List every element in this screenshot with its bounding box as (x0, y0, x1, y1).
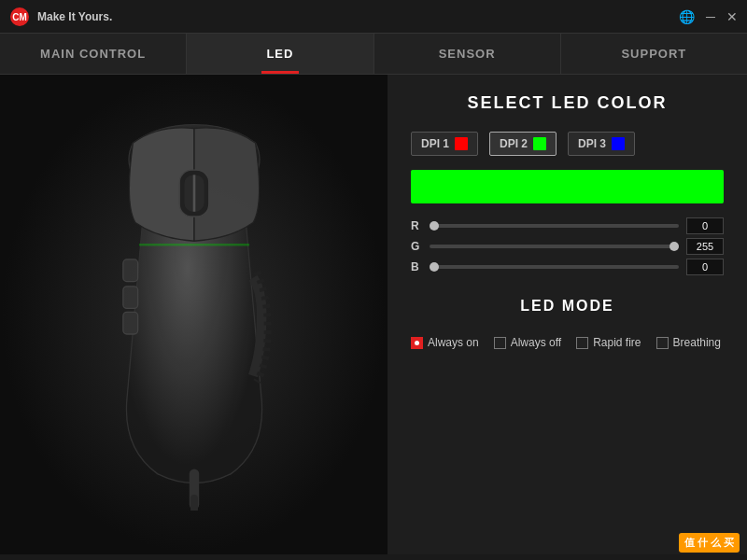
g-slider[interactable] (430, 245, 679, 248)
dpi3-color-dot (612, 137, 625, 150)
g-channel-label: G (411, 240, 422, 253)
dpi1-label: DPI 1 (421, 137, 449, 150)
globe-button[interactable]: 🌐 (679, 9, 695, 24)
svg-rect-5 (122, 259, 137, 282)
g-slider-row: G (411, 238, 724, 255)
rapid-fire-radio[interactable] (576, 337, 588, 349)
always-on-label: Always on (428, 336, 479, 349)
mouse-illustration (54, 119, 334, 511)
nav-tabs: MAIN CONTROL LED SENSOR SUPPORT (0, 34, 747, 75)
led-settings-panel: SELECT LED COLOR DPI 1 DPI 2 DPI 3 R (388, 75, 747, 554)
b-slider[interactable] (430, 265, 679, 269)
r-slider[interactable] (430, 224, 679, 228)
app-title: Make It Yours. (37, 10, 112, 23)
mode-always-on[interactable]: Always on (411, 336, 479, 349)
breathing-label: Breathing (673, 336, 721, 349)
tab-main-control[interactable]: MAIN CONTROL (0, 34, 187, 74)
breathing-radio[interactable] (656, 337, 669, 349)
dpi-buttons-row: DPI 1 DPI 2 DPI 3 (411, 132, 724, 156)
dpi2-color-dot (533, 137, 546, 150)
title-bar: CM Make It Yours. 🌐 ─ ✕ (0, 0, 747, 34)
app-logo: CM Make It Yours. (9, 7, 112, 27)
dpi1-button[interactable]: DPI 1 (411, 132, 478, 156)
color-preview-bar (411, 170, 724, 203)
tab-led[interactable]: LED (187, 34, 374, 74)
watermark: 值 什 么 买 (679, 533, 740, 553)
always-off-radio[interactable] (494, 337, 506, 349)
close-button[interactable]: ✕ (726, 9, 738, 24)
dpi3-button[interactable]: DPI 3 (568, 132, 635, 156)
r-value-input[interactable] (686, 217, 724, 234)
dpi2-label: DPI 2 (500, 137, 528, 150)
b-value-input[interactable] (686, 259, 724, 275)
b-channel-label: B (411, 260, 422, 273)
main-content: SELECT LED COLOR DPI 1 DPI 2 DPI 3 R (0, 75, 747, 554)
led-mode-options: Always on Always off Rapid fire Breathin… (411, 336, 724, 349)
minimize-button[interactable]: ─ (706, 9, 715, 24)
tab-support[interactable]: SUPPORT (561, 34, 747, 74)
always-off-label: Always off (511, 336, 561, 349)
dpi3-label: DPI 3 (578, 137, 606, 150)
always-on-radio[interactable] (411, 337, 423, 349)
b-slider-row: B (411, 259, 724, 275)
mode-rapid-fire[interactable]: Rapid fire (576, 336, 641, 349)
r-channel-label: R (411, 219, 422, 232)
mode-always-off[interactable]: Always off (494, 336, 561, 349)
select-led-color-title: SELECT LED COLOR (411, 93, 724, 113)
r-slider-row: R (411, 217, 724, 234)
svg-rect-7 (122, 312, 137, 334)
dpi1-color-dot (455, 137, 468, 150)
mode-breathing[interactable]: Breathing (656, 336, 721, 349)
svg-text:CM: CM (12, 12, 27, 22)
svg-rect-6 (122, 287, 137, 309)
rgb-sliders: R G B (411, 217, 724, 279)
mouse-background (0, 75, 388, 554)
rapid-fire-label: Rapid fire (593, 336, 641, 349)
mouse-image-panel (0, 75, 388, 554)
led-mode-title: LED MODE (411, 298, 724, 315)
dpi2-button[interactable]: DPI 2 (489, 132, 557, 156)
window-controls: 🌐 ─ ✕ (679, 9, 738, 24)
tab-sensor[interactable]: SENSOR (374, 34, 561, 74)
cooler-master-icon: CM (9, 7, 30, 27)
g-value-input[interactable] (686, 238, 724, 255)
